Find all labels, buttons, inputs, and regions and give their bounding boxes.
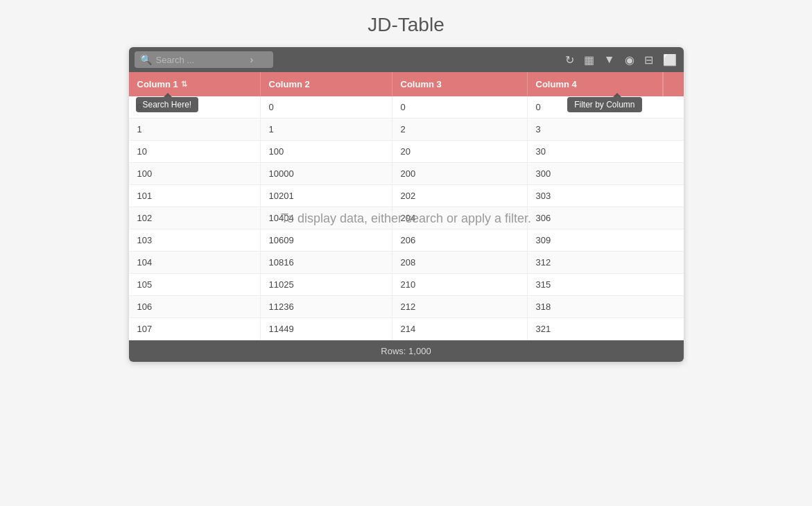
table-cell: 11449 xyxy=(261,318,392,340)
table-cell: 208 xyxy=(392,252,528,273)
toolbar-icons: ↻ ▦ ▼ ◉ ⊟ ⬜ xyxy=(564,52,678,68)
table-row[interactable]: 10410816208312 xyxy=(129,252,684,274)
table-row[interactable]: 10110201202303 xyxy=(129,185,684,207)
table-cell: 210 xyxy=(392,274,528,295)
table-cell: 212 xyxy=(392,296,528,317)
table-container: 🔍 › ↻ ▦ ▼ ◉ ⊟ ⬜ Search Here! Filter by C… xyxy=(129,47,684,362)
table-row[interactable]: 10611236212318 xyxy=(129,296,684,318)
table-cell: 3 xyxy=(528,119,663,140)
table-cell: 214 xyxy=(392,318,528,340)
table-row[interactable]: 101002030 xyxy=(129,141,684,163)
table-cell: 103 xyxy=(129,229,261,251)
table-cell: 10000 xyxy=(261,163,392,184)
table-cell: 107 xyxy=(129,318,261,340)
table-row[interactable]: 10711449214321 xyxy=(129,318,684,340)
table-cell: 106 xyxy=(129,296,261,317)
table-cell: 321 xyxy=(528,318,663,340)
table-cell: 105 xyxy=(129,274,261,295)
refresh-icon[interactable]: ↻ xyxy=(564,52,576,68)
table-row[interactable]: 10310609206309 xyxy=(129,229,684,252)
table-row[interactable]: 10010000200300 xyxy=(129,163,684,185)
table-body[interactable]: To display data, either search or apply … xyxy=(129,96,684,340)
page-title: JD-Table xyxy=(368,14,444,36)
table-cell: 202 xyxy=(392,185,528,207)
table-cell: 318 xyxy=(528,296,663,317)
filter-icon[interactable]: ▼ xyxy=(603,52,616,67)
search-area[interactable]: 🔍 › xyxy=(135,51,273,68)
sort-icon-1[interactable]: ⇅ xyxy=(181,80,187,89)
table-cell: 10 xyxy=(129,141,261,162)
table-cell: 200 xyxy=(392,163,528,184)
fullscreen-icon[interactable]: ⬜ xyxy=(662,52,678,68)
table-footer: Rows: 1,000 xyxy=(129,340,684,362)
table-cell: 1 xyxy=(261,119,392,140)
table-cell: 100 xyxy=(129,163,261,184)
table-cell: 303 xyxy=(528,185,663,207)
table-cell: 100 xyxy=(261,141,392,162)
table-cell: 101 xyxy=(129,185,261,207)
table-cell: 306 xyxy=(528,207,663,229)
table-cell: 300 xyxy=(528,163,663,184)
table-cell: 30 xyxy=(528,141,663,162)
table-row[interactable]: 10210404204306 xyxy=(129,207,684,229)
col-header-1[interactable]: Column 1 ⇅ xyxy=(129,72,261,96)
search-input[interactable] xyxy=(156,55,246,65)
table-cell: 204 xyxy=(392,207,528,229)
search-callout: Search Here! xyxy=(136,97,199,112)
table-cell: 0 xyxy=(392,96,528,118)
export-icon[interactable]: ⊟ xyxy=(643,52,655,68)
table-cell: 11025 xyxy=(261,274,392,295)
table-cell: 315 xyxy=(528,274,663,295)
table-cell: 312 xyxy=(528,252,663,273)
table-cell: 104 xyxy=(129,252,261,273)
table-cell: 10816 xyxy=(261,252,392,273)
table-cell: 206 xyxy=(392,229,528,251)
table-cell: 20 xyxy=(392,141,528,162)
table-header: Column 1 ⇅ Column 2 Column 3 Column 4 xyxy=(129,72,684,96)
table-cell: 0 xyxy=(261,96,392,118)
toolbar: 🔍 › ↻ ▦ ▼ ◉ ⊟ ⬜ xyxy=(129,47,684,72)
col-header-3[interactable]: Column 3 xyxy=(392,72,528,96)
table-cell: 309 xyxy=(528,229,663,251)
search-icon: 🔍 xyxy=(140,54,152,65)
table-row[interactable]: 1123 xyxy=(129,119,684,141)
columns-icon[interactable]: ▦ xyxy=(582,52,596,68)
table-cell: 10609 xyxy=(261,229,392,251)
col-header-2[interactable]: Column 2 xyxy=(261,72,392,96)
table-cell: 102 xyxy=(129,207,261,229)
search-expand-icon[interactable]: › xyxy=(250,54,254,65)
table-cell: 11236 xyxy=(261,296,392,317)
col-header-4[interactable]: Column 4 xyxy=(528,72,663,96)
table-cell: 10201 xyxy=(261,185,392,207)
table-cell: 2 xyxy=(392,119,528,140)
table-cell: 1 xyxy=(129,119,261,140)
table-cell: 10404 xyxy=(261,207,392,229)
scrollbar-spacer xyxy=(663,72,684,96)
table-rows-container: 0000112310100203010010000200300101102012… xyxy=(129,96,684,340)
view-icon[interactable]: ◉ xyxy=(623,52,636,68)
filter-callout: Filter by Column xyxy=(567,97,641,112)
table-row[interactable]: 10511025210315 xyxy=(129,274,684,296)
